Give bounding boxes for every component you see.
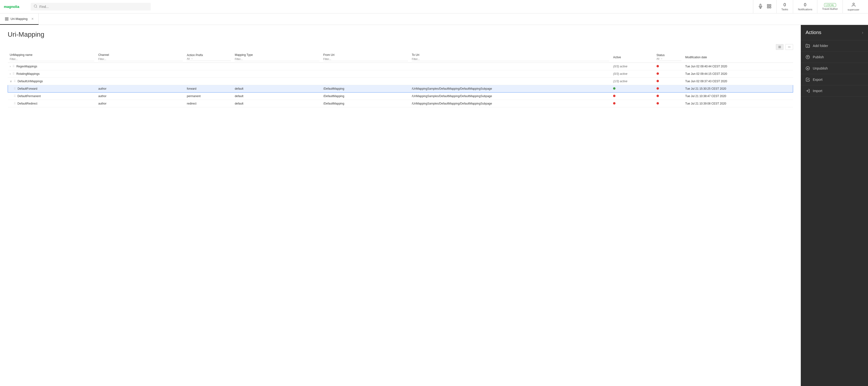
add-folder-action[interactable]: Add folder xyxy=(801,40,868,51)
cell-mod-date: Tue Jul 21 15:30:25 CEST 2020 xyxy=(683,85,793,93)
content-area: Uri-Mapping UriMapping name xyxy=(0,25,801,386)
drag-icon[interactable]: ⠿ xyxy=(14,102,16,105)
svg-rect-9 xyxy=(5,17,6,19)
table-row[interactable]: ⠿ DefaultRedirect author redirect defaul… xyxy=(8,100,793,107)
col-active: Active xyxy=(611,52,654,63)
drag-icon[interactable]: ⠿ xyxy=(14,80,16,83)
expand-icon[interactable]: › xyxy=(10,72,11,75)
cell-from-uri: /DefaultMapping xyxy=(321,93,410,100)
filter-mapping-type[interactable] xyxy=(235,57,319,61)
col-name: UriMapping name xyxy=(8,52,96,63)
tasks-nav-item[interactable]: 0 Tasks xyxy=(776,0,793,13)
cell-name: › ⠿ RegexMappings xyxy=(8,63,96,70)
cell-active: (0/3) active xyxy=(611,63,654,70)
table-row[interactable]: ∨ ⠿ DefaultUriMappings (1/3) active Tue … xyxy=(8,78,793,85)
cell-from-uri: /DefaultMapping xyxy=(321,85,410,93)
table-row[interactable]: › ⠿ RegexMappings (0/3) active Tue Jun 0… xyxy=(8,63,793,70)
notifications-nav-item[interactable]: 0 Notifications xyxy=(793,0,817,13)
page-title: Uri-Mapping xyxy=(8,31,793,38)
user-nav-item[interactable]: superuser xyxy=(842,0,864,13)
search-bar[interactable] xyxy=(31,3,151,10)
cell-mapping-type: default xyxy=(233,93,321,100)
cell-status xyxy=(655,85,683,93)
cell-mod-date: Tue Jun 02 09:44:15 CEST 2020 xyxy=(683,70,793,78)
cell-active xyxy=(611,100,654,107)
main-layout: Uri-Mapping UriMapping name xyxy=(0,25,868,386)
col-mod-date: Modification date xyxy=(683,52,793,63)
expand-icon[interactable]: › xyxy=(10,65,11,68)
status-dot xyxy=(656,80,659,82)
svg-rect-11 xyxy=(5,19,6,21)
col-channel: Channel xyxy=(96,52,185,63)
table-row[interactable]: › ⠿ RotatingMappings (0/3) active Tue Ju… xyxy=(8,70,793,78)
table-row[interactable]: ⠿ DefaultForward author forward default … xyxy=(8,85,793,93)
drag-icon[interactable]: ⠿ xyxy=(12,72,14,75)
env-nav-item[interactable]: LOCAL Travel Author xyxy=(817,0,842,13)
microphone-icon[interactable] xyxy=(758,4,763,9)
cell-status xyxy=(655,70,683,78)
user-icon xyxy=(851,2,856,8)
drag-icon[interactable]: ⠿ xyxy=(14,95,16,98)
publish-icon xyxy=(806,55,810,59)
grid-view-button[interactable] xyxy=(776,44,783,50)
cell-to-uri: /UriMappingSamples/DefaultMapping/Defaul… xyxy=(410,93,611,100)
cell-name: › ⠿ RotatingMappings xyxy=(8,70,96,78)
status-dot xyxy=(656,72,659,75)
table-header-row: UriMapping name Channel Action Prefix Al… xyxy=(8,52,793,63)
cell-action-prefix: redirect xyxy=(185,100,233,107)
status-dot xyxy=(656,95,659,97)
filter-status[interactable]: All xyxy=(656,57,681,61)
drag-icon[interactable]: ⠿ xyxy=(14,87,16,91)
active-dot xyxy=(613,87,616,90)
cell-to-uri: /UriMappingSamples/DefaultMapping/Defaul… xyxy=(410,100,611,107)
username-label: superuser xyxy=(847,8,859,11)
cell-name: ∨ ⠿ DefaultUriMappings xyxy=(8,78,96,85)
add-folder-label: Add folder xyxy=(813,44,828,48)
svg-rect-4 xyxy=(768,4,769,6)
grid-icon[interactable] xyxy=(767,4,772,9)
filter-from-uri[interactable] xyxy=(323,57,408,61)
folder-plus-icon xyxy=(806,44,810,48)
publish-action[interactable]: Publish xyxy=(801,51,868,63)
table-row[interactable]: ⠿ DefaultPermanent author permanent defa… xyxy=(8,93,793,100)
svg-point-8 xyxy=(852,3,854,5)
export-action[interactable]: Export xyxy=(801,74,868,85)
svg-text:magnolia: magnolia xyxy=(4,5,20,9)
cell-name: ⠿ DefaultForward xyxy=(8,85,96,93)
filter-to-uri[interactable] xyxy=(412,57,610,61)
top-nav: magnolia xyxy=(0,0,868,13)
import-action[interactable]: Import xyxy=(801,85,868,97)
status-dot xyxy=(656,102,659,105)
search-icon xyxy=(34,4,37,9)
uri-mapping-table: UriMapping name Channel Action Prefix Al… xyxy=(8,52,793,107)
cell-status xyxy=(655,100,683,107)
drag-icon[interactable]: ⠿ xyxy=(12,65,14,68)
cell-mod-date: Tue Jul 21 10:39:08 CEST 2020 xyxy=(683,100,793,107)
cell-active: (1/3) active xyxy=(611,78,654,85)
cell-active xyxy=(611,85,654,93)
tasks-count: 0 xyxy=(783,2,786,7)
collapse-sidebar-button[interactable]: › xyxy=(862,30,863,35)
cell-mapping-type: default xyxy=(233,100,321,107)
cell-from-uri: /DefaultMapping xyxy=(321,100,410,107)
unpublish-label: Unpublish xyxy=(813,66,828,70)
svg-rect-12 xyxy=(7,19,8,21)
cell-mod-date: Tue Jun 02 09:40:44 CEST 2020 xyxy=(683,63,793,70)
tab-close-button[interactable]: × xyxy=(31,17,34,21)
tab-uri-mapping[interactable]: Uri-Mapping × xyxy=(0,13,39,25)
filter-name[interactable] xyxy=(10,57,95,61)
list-view-button[interactable] xyxy=(785,44,793,50)
cell-status xyxy=(655,93,683,100)
col-action-prefix: Action Prefix All xyxy=(185,52,233,63)
filter-action-prefix[interactable]: All xyxy=(187,57,231,61)
active-dot xyxy=(613,102,616,105)
expand-icon[interactable]: ∨ xyxy=(10,80,12,83)
logo[interactable]: magnolia xyxy=(4,4,23,9)
filter-channel[interactable] xyxy=(98,57,183,61)
svg-rect-6 xyxy=(768,6,769,8)
unpublish-icon xyxy=(806,66,810,70)
cell-action-prefix: permanent xyxy=(185,93,233,100)
search-input[interactable] xyxy=(39,5,148,9)
export-label: Export xyxy=(813,78,823,81)
unpublish-action[interactable]: Unpublish xyxy=(801,63,868,74)
